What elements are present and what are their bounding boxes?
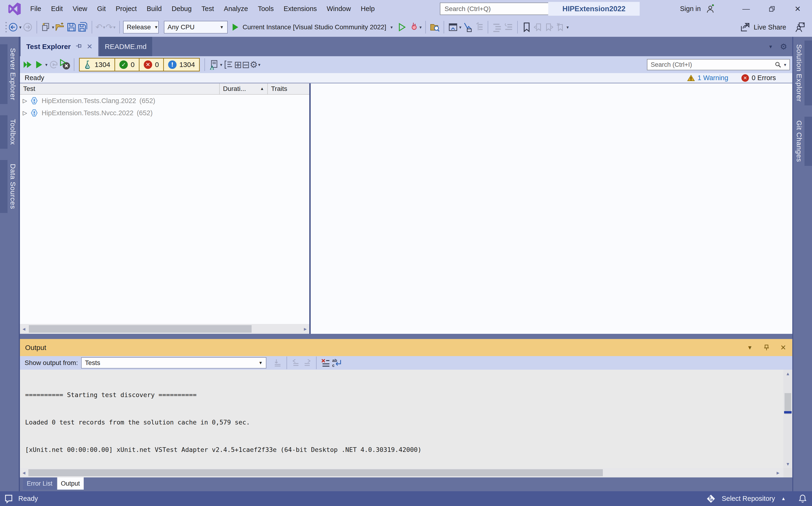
column-test[interactable]: Test bbox=[20, 83, 219, 94]
test-row-clang[interactable]: ▷ HipExtension.Tests.Clang.2022 (652) bbox=[20, 95, 309, 107]
save-icon[interactable] bbox=[66, 20, 77, 34]
scroll-right-arrow-icon[interactable]: ▸ bbox=[301, 324, 309, 334]
menu-build[interactable]: Build bbox=[142, 0, 167, 17]
undo-dropdown-icon[interactable]: ▾ bbox=[103, 25, 105, 30]
test-search-input[interactable] bbox=[650, 61, 774, 69]
open-folder-icon[interactable] bbox=[55, 20, 66, 34]
close-button[interactable]: ✕ bbox=[785, 0, 811, 17]
configuration-dropdown[interactable]: Release ▼ bbox=[123, 21, 159, 33]
test-settings-gear-icon[interactable]: ⚙ bbox=[250, 60, 258, 70]
cancel-run-icon[interactable] bbox=[59, 58, 71, 72]
menu-analyze[interactable]: Analyze bbox=[219, 0, 253, 17]
expander-icon[interactable]: ▷ bbox=[23, 97, 27, 104]
pin-icon[interactable] bbox=[75, 44, 82, 50]
scrollbar-thumb[interactable] bbox=[28, 469, 603, 476]
total-tests-badge[interactable]: 1304 bbox=[80, 59, 115, 71]
output-log[interactable]: ========== Starting test discovery =====… bbox=[20, 370, 784, 468]
column-duration[interactable]: Durati... ▲ bbox=[219, 83, 267, 94]
test-search-box[interactable]: ▾ bbox=[647, 59, 790, 70]
next-message-icon[interactable] bbox=[301, 356, 313, 370]
sidebar-tab-toolbox[interactable]: Toolbox bbox=[0, 115, 19, 149]
scroll-left-arrow-icon[interactable]: ◂ bbox=[20, 468, 28, 478]
errors-item[interactable]: ✕ 0 Errors bbox=[741, 74, 776, 82]
select-repository-label[interactable]: Select Repository bbox=[722, 495, 775, 503]
sidebar-tab-solution-explorer[interactable]: Solution Explorer bbox=[793, 40, 812, 105]
navigate-back-dropdown-icon[interactable]: ▾ bbox=[19, 25, 21, 30]
notifications-bell-icon[interactable] bbox=[798, 494, 807, 503]
hot-reload-dropdown-icon[interactable]: ▾ bbox=[419, 25, 422, 30]
tab-row-settings-gear-icon[interactable]: ⚙ bbox=[780, 42, 787, 51]
sort-ascending-icon[interactable]: ▲ bbox=[260, 86, 264, 91]
clear-all-icon[interactable] bbox=[320, 356, 331, 370]
feedback-icon[interactable] bbox=[795, 20, 806, 34]
output-source-dropdown[interactable]: Tests ▼ bbox=[81, 357, 266, 368]
repeat-last-run-icon[interactable] bbox=[48, 58, 59, 72]
tab-list-chevron-icon[interactable]: ▾ bbox=[769, 44, 772, 50]
sidebar-tab-data-sources[interactable]: Data Sources bbox=[0, 160, 19, 213]
menu-window[interactable]: Window bbox=[322, 0, 356, 17]
save-all-icon[interactable] bbox=[77, 20, 88, 34]
close-tab-icon[interactable]: ✕ bbox=[87, 43, 92, 51]
not-run-tests-badge[interactable]: ! 1304 bbox=[163, 59, 199, 71]
expand-all-icon[interactable]: ⊞ bbox=[234, 59, 242, 70]
new-project-dropdown-icon[interactable]: ▾ bbox=[52, 25, 54, 30]
select-tool-icon[interactable] bbox=[462, 20, 473, 34]
collapse-all-icon[interactable]: ⊟ bbox=[242, 59, 250, 70]
settings-dropdown-icon[interactable]: ▾ bbox=[258, 62, 261, 68]
minimize-button[interactable]: — bbox=[733, 0, 759, 17]
scroll-left-arrow-icon[interactable]: ◂ bbox=[20, 324, 28, 334]
redo-icon[interactable]: ↷ bbox=[106, 22, 113, 32]
menu-extensions[interactable]: Extensions bbox=[279, 0, 322, 17]
message-jump-icon[interactable] bbox=[272, 356, 283, 370]
scroll-down-arrow-icon[interactable]: ▾ bbox=[784, 460, 792, 468]
tab-output[interactable]: Output bbox=[57, 478, 84, 490]
run-dropdown-icon[interactable]: ▾ bbox=[45, 62, 48, 68]
attach-process-icon[interactable] bbox=[473, 20, 484, 34]
test-list-horizontal-scrollbar[interactable]: ◂ ▸ bbox=[20, 324, 309, 334]
menu-test[interactable]: Test bbox=[197, 0, 219, 17]
clear-bookmarks-icon[interactable] bbox=[555, 20, 566, 34]
playlist-icon[interactable] bbox=[208, 58, 219, 72]
word-wrap-icon[interactable]: abc bbox=[331, 356, 342, 370]
scroll-right-arrow-icon[interactable]: ▸ bbox=[774, 468, 782, 478]
sidebar-tab-git-changes[interactable]: Git Changes bbox=[793, 117, 812, 166]
indent-increase-icon[interactable] bbox=[503, 20, 514, 34]
scroll-up-arrow-icon[interactable]: ▴ bbox=[784, 370, 792, 377]
sidebar-tab-server-explorer[interactable]: Server Explorer bbox=[0, 44, 19, 104]
navigate-forward-icon[interactable] bbox=[22, 20, 33, 34]
column-traits[interactable]: Traits bbox=[267, 83, 309, 94]
menu-file[interactable]: File bbox=[25, 0, 46, 17]
start-without-debugging-icon[interactable] bbox=[397, 20, 408, 34]
menu-help[interactable]: Help bbox=[356, 0, 380, 17]
next-bookmark-icon[interactable] bbox=[544, 20, 555, 34]
run-all-tests-icon[interactable] bbox=[22, 58, 33, 72]
tab-test-explorer[interactable]: Test Explorer ✕ bbox=[21, 37, 98, 56]
platform-dropdown[interactable]: Any CPU ▼ bbox=[164, 21, 228, 33]
undo-icon[interactable]: ↶ bbox=[95, 22, 103, 32]
output-vertical-scrollbar[interactable]: ▴ ▾ bbox=[784, 370, 792, 468]
start-debug-button[interactable]: Current Instance [Visual Studio Communit… bbox=[232, 23, 393, 31]
previous-bookmark-icon[interactable] bbox=[532, 20, 544, 34]
panel-pin-icon[interactable] bbox=[763, 344, 770, 351]
new-project-icon[interactable] bbox=[40, 20, 52, 34]
scrollbar-thumb[interactable] bbox=[29, 325, 252, 333]
output-panel-header[interactable]: Output ▼ ✕ bbox=[20, 339, 792, 356]
run-test-icon[interactable] bbox=[33, 58, 45, 72]
search-options-chevron-icon[interactable]: ▾ bbox=[784, 62, 786, 68]
warnings-link[interactable]: 1 Warning bbox=[687, 74, 728, 82]
user-add-icon[interactable] bbox=[705, 4, 715, 14]
solution-explorer-home-icon[interactable] bbox=[448, 20, 459, 34]
test-row-nvcc[interactable]: ▷ HipExtension.Tests.Nvcc.2022 (652) bbox=[20, 107, 309, 119]
group-by-icon[interactable] bbox=[223, 58, 234, 72]
redo-dropdown-icon[interactable]: ▾ bbox=[113, 25, 116, 30]
sign-in-label[interactable]: Sign in bbox=[680, 5, 701, 13]
tab-readme[interactable]: README.md bbox=[99, 37, 152, 56]
menu-edit[interactable]: Edit bbox=[46, 0, 68, 17]
output-horizontal-scrollbar[interactable]: ◂ ▸ bbox=[20, 468, 792, 478]
solution-explorer-dropdown-icon[interactable]: ▾ bbox=[459, 25, 462, 30]
live-share-button[interactable]: Live Share bbox=[740, 22, 786, 32]
start-debug-dropdown-icon[interactable]: ▾ bbox=[390, 25, 393, 30]
toggle-bookmark-icon[interactable] bbox=[521, 20, 532, 34]
toolbar-grip-handle[interactable] bbox=[5, 21, 7, 33]
navigate-back-icon[interactable] bbox=[7, 20, 19, 34]
